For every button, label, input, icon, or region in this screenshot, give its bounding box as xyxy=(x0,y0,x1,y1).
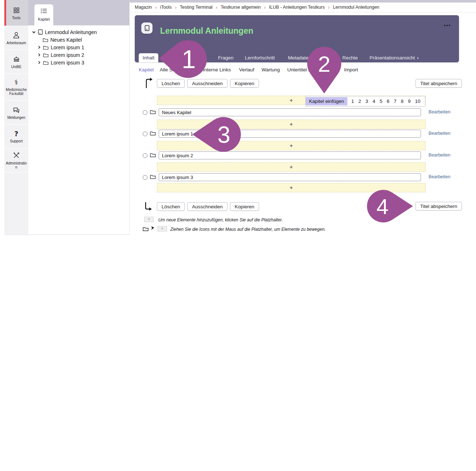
insert-placeholder[interactable]: + xyxy=(157,183,426,192)
sidebar-item-unibe[interactable]: UniBE xyxy=(4,50,28,74)
tab-kapitel-label: Kapitel xyxy=(38,17,50,21)
sidebar-item-meldungen[interactable]: Meldungen xyxy=(4,101,28,125)
subtab-interne-links[interactable]: Interne Links xyxy=(203,67,231,73)
tree-item-label[interactable]: Lorem ipsum 3 xyxy=(51,60,84,66)
insert-position-number[interactable]: 7 xyxy=(394,99,397,104)
breadcrumb-link[interactable]: Testkurse allgemein xyxy=(221,5,260,10)
chevron-separator-icon: › xyxy=(216,5,218,9)
tab-praesentationsansicht[interactable]: Präsentationsansicht › xyxy=(369,53,419,62)
subtab-untertitel-fragment[interactable]: Untertitel Me xyxy=(287,67,315,73)
chevron-right-icon[interactable] xyxy=(37,45,41,49)
delete-button[interactable]: Löschen xyxy=(157,79,185,88)
save-titles-button-bottom[interactable]: Titel abspeichern xyxy=(416,202,462,211)
tab-rechte[interactable]: Rechte xyxy=(342,53,358,62)
chevron-right-icon[interactable] xyxy=(37,61,41,64)
tree-item-label[interactable]: Lorem ipsum 1 xyxy=(51,45,84,50)
sidebar-item-medizinische-fakultaet[interactable]: ⚕ Medizinische Fa-kultät xyxy=(4,74,28,101)
edit-link[interactable]: Bearbeiten xyxy=(429,131,450,136)
breadcrumb-link[interactable]: iTools xyxy=(160,5,172,10)
chat-bubbles-icon xyxy=(12,106,20,114)
save-titles-button-top[interactable]: Titel abspeichern xyxy=(416,79,462,88)
crossed-tools-icon xyxy=(12,151,20,159)
tab-metadaten[interactable]: Metadaten xyxy=(288,53,311,62)
insert-position-number[interactable]: 10 xyxy=(415,99,420,104)
move-arrow-icon xyxy=(150,225,155,232)
breadcrumb-link[interactable]: ILUB - Anleitungen Testkurs xyxy=(269,5,325,10)
chapter-checkbox[interactable] xyxy=(143,153,147,158)
insert-placeholder[interactable]: + xyxy=(157,162,426,172)
tree-item[interactable]: Lorem ipsum 2 xyxy=(28,51,129,59)
tree-item[interactable]: Lorem ipsum 3 xyxy=(28,59,129,66)
learning-module-icon xyxy=(38,29,43,35)
insert-position-number[interactable]: 9 xyxy=(408,99,411,104)
edit-link[interactable]: Bearbeiten xyxy=(429,109,450,114)
chapter-title-input[interactable] xyxy=(159,108,421,116)
tab-fragen[interactable]: Fragen xyxy=(218,53,234,62)
breadcrumb: Magazin › iTools › Testing Terminal › Te… xyxy=(130,3,476,12)
subtab-kapitel[interactable]: Kapitel xyxy=(139,67,154,73)
person-icon xyxy=(12,31,20,39)
actions-menu-icon[interactable]: ••• xyxy=(444,22,451,28)
subtab-import[interactable]: Import xyxy=(344,67,358,73)
insert-position-number[interactable]: 4 xyxy=(372,99,375,104)
tree-item[interactable]: Lorem ipsum 1 xyxy=(28,43,129,51)
insert-position-number[interactable]: 2 xyxy=(358,99,361,104)
sidebar-item-label: Meldungen xyxy=(7,116,25,120)
sidebar-item-administration[interactable]: Administration xyxy=(4,149,28,172)
insert-position-number[interactable]: 8 xyxy=(401,99,404,104)
breadcrumb-current[interactable]: Lernmodul Anleitungen xyxy=(333,5,379,10)
tree-item[interactable]: Neues Kapitel xyxy=(28,36,129,43)
tab-kapitel-tree[interactable]: Kapitel xyxy=(34,4,53,25)
copy-button[interactable]: Kopieren xyxy=(230,79,259,88)
insert-position-number[interactable]: 6 xyxy=(387,99,389,104)
insert-placeholder[interactable]: + xyxy=(157,120,426,129)
edit-link[interactable]: Bearbeiten xyxy=(429,153,450,158)
folder-icon[interactable] xyxy=(150,152,156,159)
subtab-wartung[interactable]: Wartung xyxy=(262,67,280,73)
insert-position-numbers: 12345678910 xyxy=(351,99,421,104)
university-building-icon xyxy=(12,55,20,63)
tab-inhalt[interactable]: Inhalt xyxy=(139,53,158,62)
chevron-right-icon[interactable] xyxy=(37,53,41,57)
tree-item-label[interactable]: Lorem ipsum 2 xyxy=(51,52,84,58)
chapter-title-input[interactable] xyxy=(159,151,421,159)
breadcrumb-link[interactable]: Magazin xyxy=(135,5,152,10)
insert-position-number[interactable]: 3 xyxy=(366,99,368,104)
breadcrumb-link[interactable]: Testing Terminal xyxy=(180,5,213,10)
chapter-title-input[interactable] xyxy=(159,173,421,181)
chevron-down-icon[interactable] xyxy=(32,30,36,34)
folder-icon[interactable] xyxy=(150,109,156,116)
subtab-alle-seiten-fragment[interactable]: Alle Seite xyxy=(160,67,180,73)
subtab-verlauf[interactable]: Verlauf xyxy=(239,67,254,73)
chapter-title-input[interactable] xyxy=(159,130,421,138)
tree-root-row[interactable]: Lernmodul Anleitungen xyxy=(28,28,129,36)
chapter-row xyxy=(143,173,421,182)
ilias-app: Tools Arbeitsraum UniBE ⚕ Medizinische F… xyxy=(0,0,476,471)
insert-position-number[interactable]: 1 xyxy=(351,99,354,104)
sidebar-item-support[interactable]: ? Support xyxy=(4,125,28,149)
insert-position-number[interactable]: 5 xyxy=(380,99,383,104)
tab-lernfortschritt[interactable]: Lernfortschritt xyxy=(245,53,275,62)
delete-button[interactable]: Löschen xyxy=(157,202,185,211)
chevron-separator-icon: › xyxy=(155,5,157,9)
kapitel-einfuegen-label[interactable]: Kapitel einfügen xyxy=(306,97,347,105)
insert-placeholder[interactable]: + xyxy=(157,141,426,150)
help-text-add: Um neue Elemente hinzuzufügen, klicken S… xyxy=(158,217,283,222)
sidebar-item-arbeitsraum[interactable]: Arbeitsraum xyxy=(4,26,28,50)
chapter-checkbox[interactable] xyxy=(143,175,147,180)
main-sidebar: Tools Arbeitsraum UniBE ⚕ Medizinische F… xyxy=(4,0,28,236)
tab-settings-fragment[interactable]: gen xyxy=(199,53,207,62)
edit-link[interactable]: Bearbeiten xyxy=(429,174,450,179)
copy-button[interactable]: Kopieren xyxy=(230,202,259,211)
sidebar-item-tools[interactable]: Tools xyxy=(4,0,28,26)
chapter-checkbox[interactable] xyxy=(143,132,147,136)
chapter-checkbox[interactable] xyxy=(143,110,147,115)
tree-root-label[interactable]: Lernmodul Anleitungen xyxy=(45,29,97,35)
folder-icon[interactable] xyxy=(150,174,156,180)
cut-button[interactable]: Ausschneiden xyxy=(187,79,227,88)
subtab-titel-fragment[interactable]: itel xyxy=(188,67,195,73)
cut-button[interactable]: Ausschneiden xyxy=(187,202,227,211)
folder-icon[interactable] xyxy=(150,130,156,137)
slate-panel: Kapitel Lernmodul Anleitungen Neues Kapi… xyxy=(28,0,130,235)
tree-item-label[interactable]: Neues Kapitel xyxy=(50,37,82,43)
